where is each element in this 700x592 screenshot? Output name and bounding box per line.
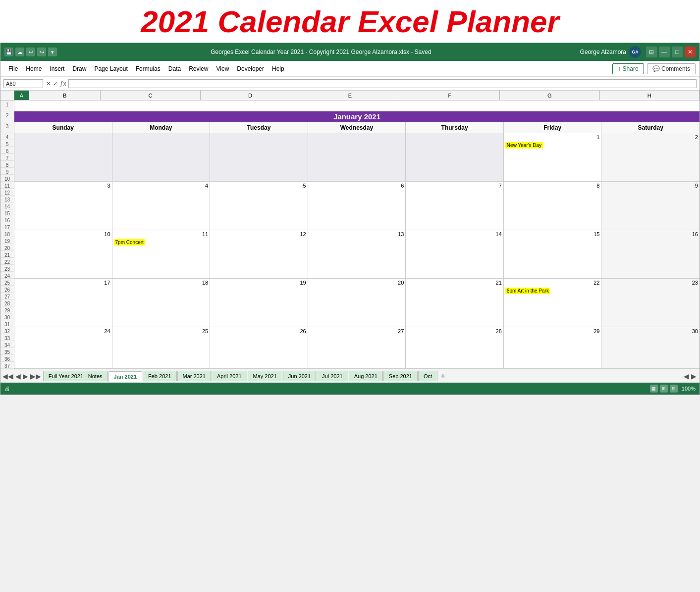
page-break-view-icon[interactable]: ⊟: [670, 385, 678, 393]
cell-jan-7[interactable]: 7: [406, 182, 504, 230]
cell-jan-29[interactable]: 29: [504, 327, 602, 368]
menu-file[interactable]: File: [4, 64, 22, 74]
ribbon-collapse-btn[interactable]: ⊟: [646, 47, 657, 57]
tab-oct[interactable]: Oct: [418, 371, 437, 381]
close-btn[interactable]: ✕: [685, 47, 696, 57]
cell-jan-27[interactable]: 27: [308, 327, 406, 368]
undo-icon[interactable]: ↩: [26, 48, 35, 56]
cell-empty-2[interactable]: [112, 133, 211, 181]
menu-page-layout[interactable]: Page Layout: [90, 64, 131, 74]
cell-jan-28[interactable]: 28: [406, 327, 504, 368]
page-title: 2021 Calendar Excel Planner: [0, 0, 700, 43]
menu-formulas[interactable]: Formulas: [132, 64, 164, 74]
menu-review[interactable]: Review: [185, 64, 212, 74]
cell-jan-11[interactable]: 11 7pm Concert: [112, 230, 211, 278]
event-new-years-day: New Year's Day: [505, 142, 543, 148]
cell-jan-22[interactable]: 22 6pm Art in the Park: [504, 279, 602, 327]
day-header-tue: Tuesday: [210, 122, 308, 133]
cell-jan-14[interactable]: 14: [406, 230, 504, 278]
cell-jan-6[interactable]: 6: [308, 182, 406, 230]
cell-jan-9[interactable]: 9: [601, 182, 700, 230]
tab-aug-2021[interactable]: Aug 2021: [349, 371, 383, 381]
cell-jan-5[interactable]: 5: [210, 182, 308, 230]
cell-jan-1[interactable]: 1 New Year's Day: [504, 133, 602, 181]
cell-empty-3[interactable]: [210, 133, 308, 181]
tab-may-2021[interactable]: May 2021: [248, 371, 282, 381]
menu-developer[interactable]: Developer: [233, 64, 268, 74]
redo-icon[interactable]: ↪: [37, 48, 46, 56]
window-controls: ⊟ — □ ✕: [646, 47, 696, 57]
cell-jan-25[interactable]: 25: [112, 327, 211, 368]
share-button[interactable]: ↑ Share: [612, 63, 644, 74]
col-header-e: E: [300, 91, 400, 100]
day-num-6: 6: [310, 183, 404, 189]
cell-jan-2[interactable]: 2: [601, 133, 700, 181]
formula-confirm-icon[interactable]: ✓: [53, 80, 58, 87]
day-num-17: 17: [16, 280, 110, 286]
tab-feb-2021[interactable]: Feb 2021: [143, 371, 176, 381]
cell-jan-13[interactable]: 13: [308, 230, 406, 278]
cell-jan-24[interactable]: 24: [14, 327, 112, 368]
cell-empty-5[interactable]: [406, 133, 504, 181]
cell-jan-16[interactable]: 16: [601, 230, 700, 278]
tab-nav-left[interactable]: ◀◀ ◀ ▶ ▶▶: [0, 372, 43, 380]
page-layout-view-icon[interactable]: ⊞: [660, 385, 668, 393]
cell-jan-21[interactable]: 21: [406, 279, 504, 327]
normal-view-icon[interactable]: ▦: [650, 385, 658, 393]
day-num-4: 4: [114, 183, 209, 189]
tab-scroll-right[interactable]: ◀ ▶: [684, 372, 700, 380]
cell-jan-18[interactable]: 18: [112, 279, 211, 327]
cell-jan-19[interactable]: 19: [210, 279, 308, 327]
menu-view[interactable]: View: [213, 64, 233, 74]
menu-data[interactable]: Data: [164, 64, 185, 74]
spreadsheet-body: 1 2 3 4 5 6 7 8 9 10 11 12 13 14 15 16 1…: [0, 100, 700, 369]
menu-help[interactable]: Help: [268, 64, 288, 74]
menu-home[interactable]: Home: [22, 64, 46, 74]
tab-jan-2021[interactable]: Jan 2021: [108, 371, 142, 382]
cell-jan-12[interactable]: 12: [210, 230, 308, 278]
row-num-25: 25: [0, 279, 14, 286]
tab-sep-2021[interactable]: Sep 2021: [383, 371, 418, 381]
cell-jan-10[interactable]: 10: [14, 230, 112, 278]
cell-jan-20[interactable]: 20: [308, 279, 406, 327]
menu-insert[interactable]: Insert: [46, 64, 68, 74]
cell-empty-1[interactable]: [14, 133, 112, 181]
user-avatar[interactable]: GA: [629, 46, 641, 58]
day-num-27: 27: [310, 328, 404, 334]
formula-insert-icon[interactable]: ƒx: [60, 80, 66, 87]
cell-reference-input[interactable]: [3, 79, 43, 88]
cell-jan-30[interactable]: 30: [601, 327, 700, 368]
tab-jun-2021[interactable]: Jun 2021: [283, 371, 316, 381]
tab-mar-2021[interactable]: Mar 2021: [177, 371, 211, 381]
autosave-icon[interactable]: ☁: [15, 48, 24, 56]
formula-input[interactable]: [68, 79, 697, 88]
day-num-7: 7: [407, 183, 502, 189]
menu-draw[interactable]: Draw: [68, 64, 90, 74]
comments-button[interactable]: 💬 Comments: [647, 63, 696, 74]
cell-empty-4[interactable]: [308, 133, 406, 181]
month-header: January 2021: [14, 111, 700, 122]
cell-jan-26[interactable]: 26: [210, 327, 308, 368]
cell-jan-15[interactable]: 15: [504, 230, 602, 278]
day-num-28: 28: [407, 328, 502, 334]
cell-jan-3[interactable]: 3: [14, 182, 112, 230]
formula-cancel-icon[interactable]: ✕: [46, 80, 51, 87]
add-sheet-btn[interactable]: +: [438, 371, 448, 381]
day-num-26: 26: [212, 328, 306, 334]
customize-icon[interactable]: ▾: [48, 48, 57, 56]
tab-full-year[interactable]: Full Year 2021 - Notes: [43, 371, 108, 381]
maximize-btn[interactable]: □: [672, 47, 683, 57]
row-num-36: 36: [0, 355, 14, 362]
cell-jan-4[interactable]: 4: [112, 182, 211, 230]
row-num-6: 6: [0, 147, 14, 154]
cell-jan-23[interactable]: 23: [601, 279, 700, 327]
calendar-main: January 2021 Sunday Monday Tuesday Wedne…: [14, 100, 700, 369]
week-1: 1 New Year's Day 2: [14, 133, 700, 182]
print-icon[interactable]: 🖨: [4, 386, 10, 392]
tab-jul-2021[interactable]: Jul 2021: [317, 371, 348, 381]
cell-jan-8[interactable]: 8: [504, 182, 602, 230]
tab-april-2021[interactable]: April 2021: [212, 371, 247, 381]
cell-jan-17[interactable]: 17: [14, 279, 112, 327]
save-icon[interactable]: 💾: [4, 48, 13, 56]
minimize-btn[interactable]: —: [659, 47, 670, 57]
